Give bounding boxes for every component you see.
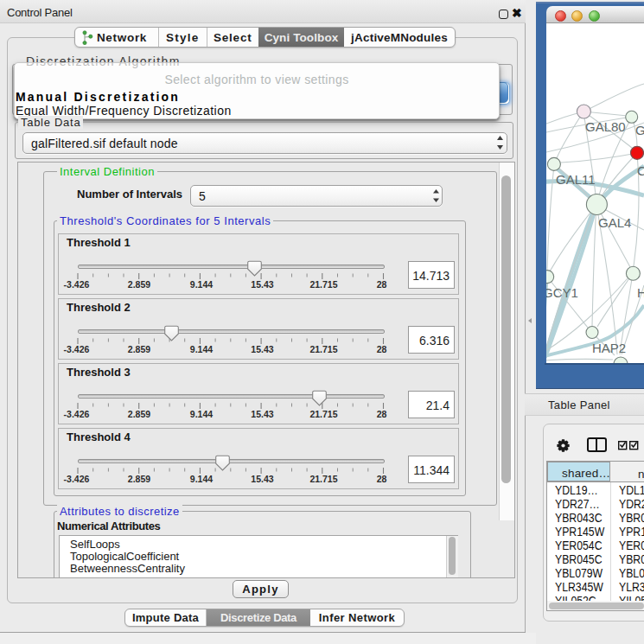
svg-text:HI: HI <box>637 285 644 300</box>
svg-text:CR: CR <box>637 163 644 178</box>
svg-text:GAL80: GAL80 <box>585 119 626 134</box>
svg-text:GA: GA <box>635 123 644 137</box>
svg-text:GAL4: GAL4 <box>598 215 631 230</box>
svg-text:GAL11: GAL11 <box>556 172 596 187</box>
svg-text:HAP2: HAP2 <box>592 341 626 355</box>
svg-text:GCY1: GCY1 <box>546 285 578 300</box>
